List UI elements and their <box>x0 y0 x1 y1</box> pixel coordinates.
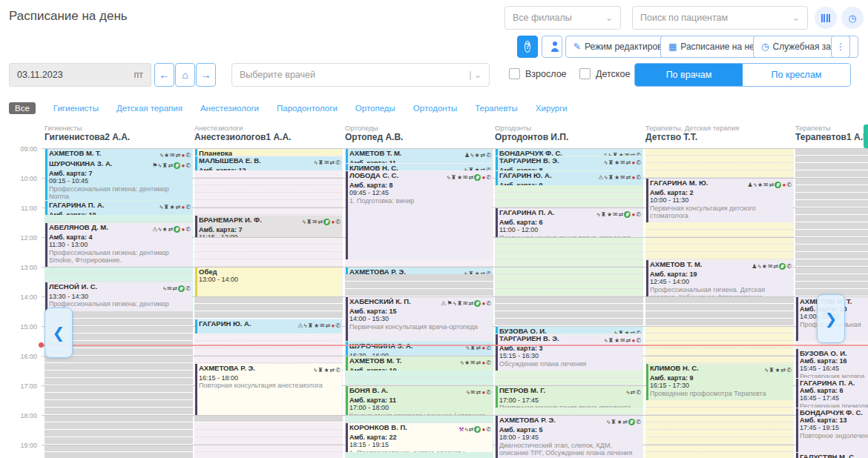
appointment[interactable]: ЛЕСНОЙ И. С.ϟ✉⇄₽✆13:30 - 14:30Профессион… <box>45 282 192 311</box>
prev-icon: ← <box>160 69 170 81</box>
appointment[interactable]: ТАРГАРИЕН В. Э.ϟ♜★✉⇄●✆Амб. карта: 315:15… <box>496 334 642 371</box>
card-number: Амб. карта: 5 <box>499 426 641 434</box>
status-icons: ♟ϟ★✉⇄₽✆ <box>751 261 792 271</box>
appointment[interactable]: БУЗОВА О. И.ϟ♜★⇄✆ <box>496 327 642 333</box>
phone-icon: ✆ <box>636 419 641 425</box>
appointment[interactable]: ГАГАРИНА П. А.ϟ♜★✉⇄₽●✆Амб. карта: 611:00… <box>496 208 642 237</box>
columns-view-button[interactable] <box>815 7 837 29</box>
filter-tab-1[interactable]: Гигиенисты <box>53 104 99 113</box>
phone-icon: ✆ <box>185 152 191 159</box>
appointment-time: 16:45 - 17:45 <box>800 394 868 402</box>
appointment[interactable]: АХМЕТОВА Р. Э.ϟ♜★⇄₽✆Амб. карта: 518:00 -… <box>496 416 642 458</box>
star-icon: ★ <box>323 367 329 374</box>
filter-tab-6[interactable]: Ортодонты <box>413 104 457 113</box>
appointment[interactable]: ГАГАРИНА М. Ю.♟ϟ★✉⇄₽●✆Амб. карта: 210:00… <box>646 179 793 222</box>
filter-tab-2[interactable]: Детская терапия <box>116 104 183 113</box>
appointment[interactable]: ГАГАРИНА П. А.Амб. карта: 616:45 - 17:45… <box>796 379 868 408</box>
appointment[interactable]: ПЕТРОВ М. Г.ϟ⇄✆17:00 - 17:45Первичная ко… <box>496 386 642 408</box>
card-number: Амб. карта: 2 <box>650 189 792 197</box>
filter-tab-3[interactable]: Анестезиологи <box>200 104 259 113</box>
child-checkbox[interactable] <box>579 68 591 79</box>
appointment[interactable]: БОНДАРЧУК Ф. С.⚠ϟ♜★✉⇄✆ <box>496 149 642 156</box>
phone-icon: ✆ <box>335 219 341 225</box>
person-icon <box>550 42 554 52</box>
date-input[interactable]: 03.11.2023 пт <box>9 63 151 87</box>
current-time-line <box>42 345 868 346</box>
patient-search-select[interactable]: Поиск по пациентам ⌄ <box>632 6 808 30</box>
appointment[interactable]: КЛИМОВ Н. С.ϟ♜★⇄✆Амб. карта: 916:15 - 17… <box>646 364 793 400</box>
repeat-icon: ⇄ <box>626 337 631 344</box>
schedule-zone-gray <box>194 415 343 422</box>
appointment-time: 15:45 - 16:45 <box>800 365 868 373</box>
appointment[interactable]: БУЗОВА О. И.Амб. карта: 1615:45 - 16:45Р… <box>796 349 868 378</box>
appointment[interactable]: АХМЕТОВ Т. М.♟ϟ★✉⇄₽✆Амб. карта: 1912:45 … <box>646 260 793 296</box>
appointment[interactable]: БОНДАРЧУК Ф. С.Амб. карта: 1317:45 - 19:… <box>796 408 868 452</box>
doctors-select[interactable]: Выберите врачей | ⌄ <box>231 63 490 87</box>
filter-tab-8[interactable]: Хирурги <box>536 104 568 113</box>
scroll-right-button[interactable]: ❯ <box>817 294 845 343</box>
appointment[interactable]: КОРОНКОВ В. П.⚒ϟ⇄₽●✆Амб. карта: 2218:15 … <box>346 423 493 452</box>
phone-icon: ✆ <box>636 337 641 344</box>
adult-checkbox[interactable] <box>509 68 520 79</box>
filter-tab-0[interactable]: Все <box>9 102 36 114</box>
warning-icon: ⚠ <box>602 152 608 156</box>
lightning-icon: ϟ <box>604 174 607 181</box>
appointment[interactable]: АХМЕТОВ Т. М.♟ϟ★⇄✆Амб. карта: 11 <box>346 149 493 163</box>
lightning-icon: ϟ <box>303 322 306 329</box>
appointment[interactable]: АХМЕТОВ М. Т.ϟ★✉⇄●✆ШУРОЧКИНА З. А.⚑ϟ♜⇄₽●… <box>45 149 192 200</box>
appointment-header: ШУРОЧКИНА З. А.ϟ♜⇄●✆ <box>349 342 491 352</box>
card-number: Амб. карта: 13 <box>800 416 868 425</box>
appointment[interactable]: ГАГАРИН Ю. А.⚠ϟ♜★✉⇄●✆ <box>195 319 342 333</box>
appointment[interactable]: ХАБЕНСКИЙ К. П.⚠⚑ϟ♜✉⇄₽●✆Амб. карта: 1514… <box>346 297 493 341</box>
appointment[interactable]: БОНЯ В. А.ϟ✉⇄●✆Амб. карта: 1117:00 - 18:… <box>346 386 493 415</box>
crown-icon: ♜ <box>769 367 774 374</box>
appointment[interactable]: Обед13:00 - 14:00 <box>195 268 342 296</box>
clock-button[interactable]: ◷ <box>841 7 864 29</box>
appointment[interactable]: ЛОБОДА С. С.ϟ♜★✉⇄₽●✆Амб. карта: 809:45 -… <box>346 171 493 259</box>
help-button[interactable]: ? <box>517 36 538 58</box>
status-icons: ϟ♜✉⇄₽●✆ <box>302 216 341 226</box>
appointment[interactable]: МАЛЫШЕВА Е. В.ϟ♜✉⇄✆Амб. карта: 12 <box>195 156 342 170</box>
appointment[interactable]: Планерка <box>195 149 342 156</box>
crown-icon: ♜ <box>601 211 606 218</box>
appointment[interactable]: ТАРГАРИЕН В. Э.ϟ♜★✉⇄●✆Амб. карта: 8 <box>496 156 642 170</box>
appointment-header: БОНДАРЧУК Ф. С. <box>800 409 868 416</box>
stop-icon: ● <box>181 204 185 210</box>
star-icon: ★ <box>457 174 462 181</box>
more-icon: ⋮ <box>836 42 845 51</box>
stop-icon: ● <box>331 322 335 329</box>
branch-filter-select[interactable]: Все филиалы ⌄ <box>504 6 621 30</box>
view-by-doctors-tab[interactable]: По врачам <box>635 64 743 86</box>
home-icon: ⌂ <box>182 69 188 81</box>
appointment[interactable]: АБЕЛЯНОВ Д. М.⚠ϟ★⇄₽●✆Амб. карта: 411:30 … <box>45 223 192 267</box>
appointment-description: Реставрация моляра <box>800 373 868 378</box>
appointment[interactable]: ГАГАРИН Ю. А.⚠ϟ♜★✉⇄●✆Амб. карта: 9 <box>496 171 642 185</box>
more-button[interactable]: ⋮ <box>831 36 850 58</box>
appointment[interactable]: ШУРОЧКИНА З. А.ϟ♜⇄●✆15:30 - 16:00 <box>346 342 493 356</box>
appointment[interactable]: ГАЛУСТЯН М. С. <box>796 453 868 458</box>
scroll-left-button[interactable]: ❮ <box>45 308 73 358</box>
appointment[interactable]: КЛИМОВ Н. С.ϟ♜★⇄✆ <box>346 164 493 170</box>
today-button[interactable]: ⌂ <box>175 63 195 87</box>
patient-button[interactable] <box>542 36 562 58</box>
patient-name: МАЛЫШЕВА Е. В. <box>199 157 261 165</box>
lightning-icon: ϟ <box>470 152 473 159</box>
appointment-time: 09:45 - 12:45 <box>349 189 491 197</box>
star-icon: ★ <box>624 330 629 333</box>
appointment-header: ХАБЕНСКИЙ К. П.⚠⚑ϟ♜✉⇄₽●✆ <box>349 298 491 308</box>
filter-tab-7[interactable]: Терапевты <box>475 104 518 113</box>
repeat-icon: ⇄ <box>330 159 335 166</box>
next-day-button[interactable]: → <box>196 63 216 87</box>
appointment[interactable]: ГАГАРИНА П. А.ϟ♜★⇄●✆Амб. карта: 10 <box>45 201 192 215</box>
appointment[interactable]: АХМЕТОВ М. Т.ϟ★✉⇄●✆Амб. карта: 10 <box>346 356 493 371</box>
card-number: Амб. карта: 19 <box>650 271 792 279</box>
side-panel-tab[interactable] <box>864 125 868 148</box>
appointment[interactable]: БРАНЕМАРК И. Ф.ϟ♜✉⇄₽●✆Амб. карта: 711:15… <box>195 216 342 237</box>
appointment[interactable]: АХМЕТОВА Р. Э.ϟ♜★⇄✆ <box>346 268 493 274</box>
appointment[interactable]: АХМЕТОВА Р. Э.ϟ♜★⇄✆16:15 - 18:00Повторна… <box>195 364 342 415</box>
filter-tab-5[interactable]: Ортопеды <box>355 104 395 113</box>
view-by-chairs-tab[interactable]: По креслам <box>743 64 850 86</box>
filter-tab-4[interactable]: Пародонтологи <box>277 104 338 113</box>
appointment-header: АХМЕТОВ Т. М.♟ϟ★✉⇄₽✆ <box>650 261 792 271</box>
prev-day-button[interactable]: ← <box>154 63 174 87</box>
